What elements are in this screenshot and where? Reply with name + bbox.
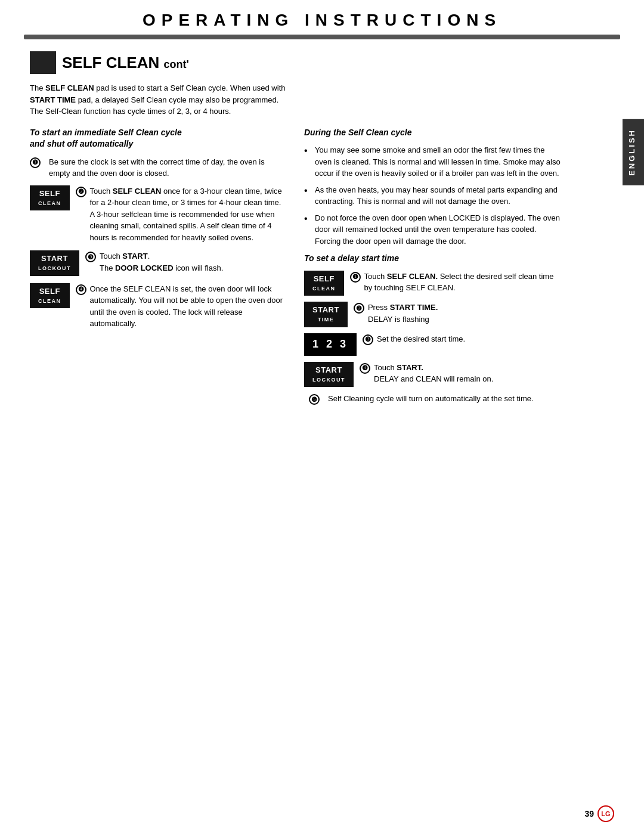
content-area: SELF CLEAN cont' The SELF CLEAN pad is u… (0, 39, 644, 429)
delay-step-4-content: ❹ Touch START.DELAY and CLEAN will remai… (360, 362, 561, 385)
self-clean-button-1: SELF CLEAN (30, 185, 70, 211)
right-col: During the Self Clean cycle • You may se… (304, 127, 561, 411)
bullet-3-text: Do not force the oven door open when LOC… (315, 212, 561, 247)
lg-logo: LG (597, 805, 614, 822)
step-3-text: Touch START.The DOOR LOCKED icon will fl… (100, 250, 286, 274)
section-title-icon (30, 51, 56, 74)
bullet-3: • Do not force the oven door open when L… (304, 212, 561, 247)
self-clean-button-2: SELF CLEAN (30, 283, 70, 309)
delay-step-3-block: 1 2 3 ❸ Set the desired start time. (304, 333, 561, 356)
header-rule (24, 35, 620, 39)
delay-heading: To set a delay start time (304, 253, 561, 265)
intro-text: The SELF CLEAN pad is used to start a Se… (30, 82, 292, 117)
step-1-num: ❶ (30, 157, 41, 168)
delay-step-4-text: Touch START.DELAY and CLEAN will remain … (374, 362, 561, 385)
bullet-2: • As the oven heats, you may hear sounds… (304, 184, 561, 207)
bullet-dot-3: • (304, 214, 311, 224)
step-3-block: START LOCKOUT ❸ Touch START.The DOOR LOC… (30, 250, 286, 276)
page-title: OPERATING INSTRUCTIONS (0, 11, 644, 30)
delay-start-time-btn: START TIME (304, 302, 348, 327)
step-1-text: Be sure the clock is set with the correc… (49, 156, 286, 179)
delay-step-5: ❺ Self Cleaning cycle will turn on autom… (309, 393, 561, 405)
section-title-bar: SELF CLEAN cont' (30, 51, 614, 74)
delay-step-1-num: ❶ (350, 272, 361, 283)
section-title-cont: cont' (163, 58, 188, 70)
delay-step-5-text: Self Cleaning cycle will turn on automat… (328, 393, 561, 405)
bullet-1-text: You may see some smoke and smell an odor… (315, 144, 561, 179)
step-4-text: Once the SELF CLEAN is set, the oven doo… (90, 283, 287, 330)
page-footer: 39 LG (584, 805, 614, 822)
step-4-block: SELF CLEAN ❹ Once the SELF CLEAN is set,… (30, 283, 286, 330)
step-2-block: SELF CLEAN ❷ Touch SELF CLEAN once for a… (30, 185, 286, 244)
delay-step-3-content: ❸ Set the desired start time. (363, 333, 561, 345)
page-number: 39 (584, 809, 594, 819)
page-header: OPERATING INSTRUCTIONS (0, 0, 644, 39)
two-col-layout: To start an immediate Self Clean cyclean… (30, 127, 614, 411)
start-lockout-button-1: START LOCKOUT (30, 250, 79, 276)
delay-self-clean-btn: SELF CLEAN (304, 271, 344, 296)
step-3-content: ❸ Touch START.The DOOR LOCKED icon will … (85, 250, 286, 274)
bullet-dot-1: • (304, 146, 311, 156)
delay-step-3-num: ❸ (363, 334, 373, 345)
sidebar-english-label: ENGLISH (623, 119, 644, 185)
step-2-text: Touch SELF CLEAN once for a 3-hour clean… (90, 185, 287, 244)
btn1-main: SELF (39, 189, 60, 199)
during-heading: During the Self Clean cycle (304, 127, 561, 139)
delay-step-1-block: SELF CLEAN ❶ Touch SELF CLEAN. Select th… (304, 271, 561, 296)
d-btn4-main: START (315, 365, 342, 376)
step-1: ❶ Be sure the clock is set with the corr… (30, 156, 286, 179)
delay-step-2-num: ❷ (354, 303, 364, 314)
btn1-sub: CLEAN (38, 200, 61, 207)
d-btn1-sub: CLEAN (312, 286, 336, 293)
step-4-num: ❹ (76, 284, 86, 295)
bullet-section: • You may see some smoke and smell an od… (304, 144, 561, 247)
left-subheading: To start an immediate Self Clean cyclean… (30, 127, 286, 150)
delay-step-2-content: ❷ Press START TIME.DELAY is flashing (354, 302, 561, 325)
d-btn2-main: START (312, 305, 339, 315)
btn3-sub: CLEAN (38, 298, 61, 305)
left-col: To start an immediate Self Clean cyclean… (30, 127, 286, 411)
step-4-content: ❹ Once the SELF CLEAN is set, the oven d… (76, 283, 287, 330)
delay-step-1-text: Touch SELF CLEAN. Select the desired sel… (364, 271, 561, 294)
bullet-2-text: As the oven heats, you may hear sounds o… (315, 184, 561, 207)
step-2-content: ❷ Touch SELF CLEAN once for a 3-hour cle… (76, 185, 287, 244)
delay-step-2-text: Press START TIME.DELAY is flashing (368, 302, 561, 325)
delay-step-1-content: ❶ Touch SELF CLEAN. Select the desired s… (350, 271, 561, 294)
section-title: SELF CLEAN cont' (62, 54, 189, 72)
delay-step-4-num: ❹ (360, 363, 370, 374)
bullet-1: • You may see some smoke and smell an od… (304, 144, 561, 179)
d-btn1-main: SELF (314, 274, 335, 284)
delay-step-2-block: START TIME ❷ Press START TIME.DELAY is f… (304, 302, 561, 327)
d-btn2-sub: TIME (318, 317, 335, 324)
delay-start-lockout-btn: START LOCKOUT (304, 362, 354, 387)
section-title-main: SELF CLEAN (62, 54, 159, 72)
num-display-box: 1 2 3 (304, 333, 357, 356)
delay-step-4-block: START LOCKOUT ❹ Touch START.DELAY and CL… (304, 362, 561, 387)
delay-step-3-text: Set the desired start time. (377, 333, 561, 345)
start-btn-sub: LOCKOUT (38, 265, 71, 272)
btn3-main: SELF (39, 287, 60, 297)
d-btn4-sub: LOCKOUT (312, 377, 345, 384)
step-3-num: ❸ (85, 252, 96, 262)
start-btn-main: START (41, 254, 68, 264)
step-2-num: ❷ (76, 187, 86, 197)
bullet-dot-2: • (304, 186, 311, 196)
delay-step-5-num: ❺ (309, 394, 320, 405)
